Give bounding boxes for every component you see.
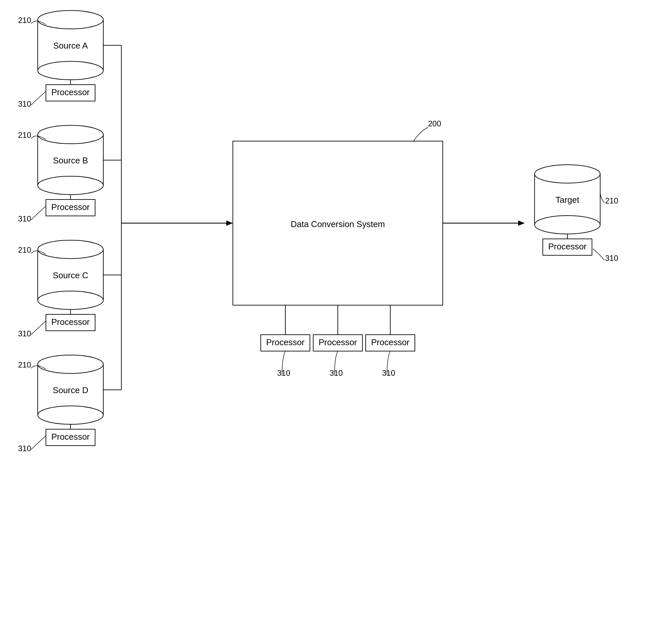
data-conversion-system-label: Data Conversion System: [291, 219, 385, 229]
svg-point-11: [38, 240, 103, 259]
dcs-proc1-ref: 310: [277, 369, 290, 377]
source-c-proc-ref: 310: [18, 329, 31, 338]
svg-point-17: [38, 406, 103, 424]
target-label: Target: [556, 195, 579, 205]
dcs-processor-2-label: Processor: [318, 337, 357, 347]
source-b-proc-ref: 310: [18, 214, 31, 223]
source-a-label: Source A: [53, 41, 88, 50]
source-c-processor-label: Processor: [51, 317, 90, 327]
svg-point-2: [38, 61, 103, 80]
svg-point-30: [534, 165, 600, 183]
dcs-processor-3-label: Processor: [371, 337, 409, 347]
dcs-ref: 200: [428, 119, 441, 128]
target-db-ref: 210: [605, 196, 618, 205]
svg-marker-26: [226, 220, 233, 226]
svg-point-1: [38, 10, 103, 29]
source-a-proc-ref: 310: [18, 99, 31, 108]
diagram-container: Source A Processor 210 310 Source B Proc…: [0, 0, 672, 631]
svg-point-31: [534, 216, 600, 234]
dcs-proc2-ref: 310: [330, 369, 343, 377]
source-a-processor-label: Processor: [51, 87, 90, 97]
svg-point-6: [38, 125, 103, 144]
svg-marker-28: [518, 220, 525, 226]
source-d-proc-ref: 310: [18, 444, 31, 453]
svg-point-7: [38, 176, 103, 194]
dcs-proc3-ref: 310: [382, 369, 395, 377]
source-d-db-ref: 210: [18, 360, 31, 369]
source-c-db-ref: 210: [18, 246, 31, 254]
target-processor-label: Processor: [548, 241, 586, 251]
source-c-label: Source C: [53, 271, 88, 280]
dcs-processor-1-label: Processor: [266, 337, 304, 347]
source-b-processor-label: Processor: [51, 202, 90, 212]
source-a-db-ref: 210: [18, 16, 31, 25]
source-d-label: Source D: [53, 385, 88, 395]
source-b-label: Source B: [53, 156, 88, 165]
source-b-db-ref: 210: [18, 131, 31, 139]
svg-point-12: [38, 291, 103, 309]
svg-point-16: [38, 355, 103, 373]
source-d-processor-label: Processor: [51, 432, 90, 442]
target-proc-ref: 310: [605, 254, 618, 262]
